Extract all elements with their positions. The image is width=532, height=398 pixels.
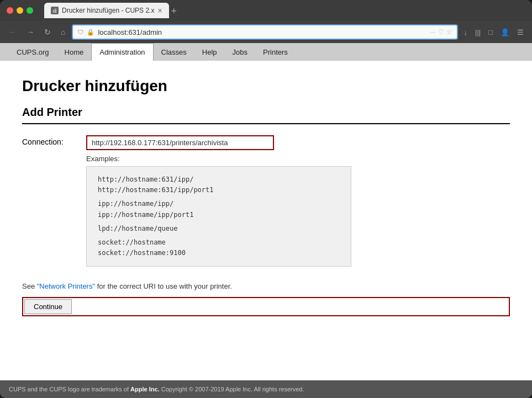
traffic-lights — [7, 7, 33, 14]
close-button[interactable] — [7, 7, 13, 14]
footer-text: CUPS and the CUPS logo are trademarks of… — [9, 386, 304, 392]
connection-input[interactable] — [86, 135, 274, 150]
nav-item-help[interactable]: Help — [194, 43, 225, 61]
nav-item-classes[interactable]: Classes — [154, 43, 194, 61]
reload-button[interactable]: ↻ — [41, 25, 54, 39]
tab-title: Drucker hinzufügen - CUPS 2.x — [62, 7, 154, 14]
forward-button[interactable]: → — [23, 25, 38, 39]
lock-icon: 🔒 — [87, 29, 94, 36]
example-http: http://hostname:631/ipp/http://hostname:… — [98, 174, 340, 195]
example-socket: socket://hostnamesocket://hostname:9100 — [98, 237, 340, 258]
bookmark-icon[interactable]: ♡ — [438, 28, 444, 36]
connection-label: Connection: — [22, 135, 77, 146]
nav-item-jobs[interactable]: Jobs — [225, 43, 255, 61]
example-ipp: ipp://hostname/ipp/ipp://hostname/ipp/po… — [98, 199, 340, 220]
nav-item-printers[interactable]: Printers — [255, 43, 296, 61]
continue-button[interactable]: Continue — [24, 299, 72, 314]
cups-nav: CUPS.org Home Administration Classes Hel… — [0, 43, 532, 61]
section-title: Add Printer — [22, 106, 510, 124]
footer: CUPS and the CUPS logo are trademarks of… — [0, 380, 532, 398]
active-tab[interactable]: 🖨 Drucker hinzufügen - CUPS 2.x × — [44, 3, 169, 18]
examples-label: Examples: — [86, 155, 362, 163]
examples-box: http://hostname:631/ipp/http://hostname:… — [86, 166, 351, 267]
tab-favicon: 🖨 — [51, 7, 59, 14]
nav-right-actions: ↓ ||| □ 👤 ☰ — [461, 26, 527, 39]
back-button[interactable]: ← — [6, 25, 20, 39]
footer-brand: Apple Inc. — [130, 386, 160, 392]
info-text-after: for the correct URI to use with your pri… — [95, 282, 232, 290]
nav-bar: ← → ↻ ⌂ 🛡 🔒 localhost:631/admin ··· ♡ ☆ … — [0, 21, 532, 43]
reader-icon[interactable]: □ — [486, 26, 496, 39]
address-bar[interactable]: 🛡 🔒 localhost:631/admin ··· ♡ ☆ — [72, 24, 457, 40]
network-printers-link[interactable]: "Network Printers" — [37, 282, 95, 290]
example-lpd: lpd://hostname/queue — [98, 224, 340, 234]
url-display: localhost:631/admin — [98, 28, 426, 36]
address-actions: ··· ♡ ☆ — [430, 28, 452, 36]
minimize-button[interactable] — [17, 7, 23, 14]
more-icon[interactable]: ··· — [430, 28, 435, 36]
tab-bar: 🖨 Drucker hinzufügen - CUPS 2.x × + — [44, 3, 525, 18]
continue-button-wrapper: Continue — [22, 297, 510, 316]
page-content: Drucker hinzufügen Add Printer Connectio… — [0, 61, 532, 380]
page-title: Drucker hinzufügen — [22, 77, 510, 95]
info-text-before: See — [22, 282, 37, 290]
download-icon[interactable]: ↓ — [461, 26, 471, 39]
nav-item-administration[interactable]: Administration — [91, 43, 153, 61]
menu-icon[interactable]: ☰ — [514, 26, 526, 39]
nav-item-cups-org[interactable]: CUPS.org — [9, 43, 57, 61]
star-icon[interactable]: ☆ — [446, 28, 452, 36]
profile-icon[interactable]: 👤 — [498, 26, 512, 39]
browser-window: 🖨 Drucker hinzufügen - CUPS 2.x × + ← → … — [0, 0, 532, 398]
new-tab-button[interactable]: + — [171, 6, 177, 18]
tab-close-button[interactable]: × — [157, 6, 162, 15]
library-icon[interactable]: ||| — [472, 26, 483, 39]
home-button[interactable]: ⌂ — [57, 25, 69, 39]
info-text: See "Network Printers" for the correct U… — [22, 282, 510, 290]
connection-input-group: Examples: http://hostname:631/ipp/http:/… — [86, 135, 362, 267]
maximize-button[interactable] — [27, 7, 33, 14]
title-bar: 🖨 Drucker hinzufügen - CUPS 2.x × + — [0, 0, 532, 21]
footer-text-after: Copyright © 2007-2019 Apple Inc. All rig… — [160, 386, 304, 392]
nav-item-home[interactable]: Home — [57, 43, 92, 61]
security-icon: 🛡 — [77, 29, 83, 35]
connection-form-row: Connection: Examples: http://hostname:63… — [22, 135, 510, 267]
footer-text-before: CUPS and the CUPS logo are trademarks of — [9, 386, 130, 392]
